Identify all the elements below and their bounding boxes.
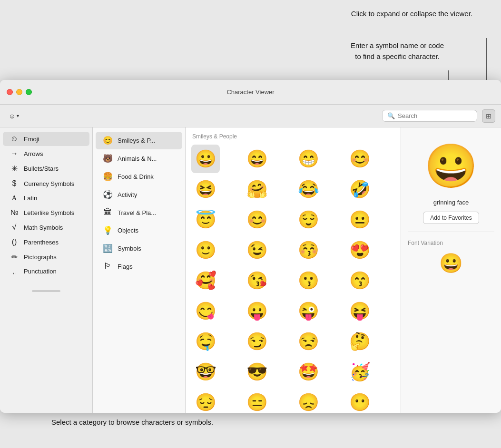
category-label: Flags (118, 263, 133, 270)
emoji-cell[interactable]: 😉 (243, 236, 271, 264)
emoji-cell[interactable]: 🤩 (294, 358, 323, 386)
activity-icon: ⚽ (102, 190, 113, 200)
currency-icon: $ (10, 179, 19, 188)
font-variation-emoji[interactable]: 😀 (439, 252, 463, 274)
letterlike-icon: № (10, 208, 19, 217)
emoji-cell[interactable]: 😜 (294, 297, 323, 325)
smileys-icon: 😊 (102, 136, 113, 146)
sidebar-item-letterlike[interactable]: № Letterlike Symbols (3, 205, 89, 220)
emoji-grid: 😀😄😁😊😆🤗😂🤣😇😊😌😐🙂😉😚😍🥰😘😗😙😋😛😜😝🤤😏😒🤔🤓😎🤩🥳😔😑😞😶 (191, 145, 395, 413)
menu-button[interactable]: ☺ ▾ (6, 111, 22, 121)
emoji-cell[interactable]: 😋 (191, 297, 220, 325)
flags-icon: 🏳 (102, 262, 113, 271)
close-button[interactable] (7, 89, 13, 95)
emoji-cell[interactable]: 😛 (243, 297, 271, 325)
character-viewer-window: Character Viewer ☺ ▾ 🔍 ⊞ ☺ Emoji → (0, 80, 501, 413)
sidebar-item-bullets[interactable]: ✳ Bullets/Stars (3, 161, 89, 176)
category-label: Symbols (118, 245, 141, 252)
emoji-cell[interactable]: 😀 (191, 145, 220, 173)
callout-category: Select a category to browse characters o… (51, 417, 213, 428)
sidebar-item-math[interactable]: √ Math Symbols (3, 220, 89, 234)
symbols-icon: 🔣 (102, 243, 113, 253)
category-flags[interactable]: 🏳 Flags (96, 258, 182, 275)
minimize-button[interactable] (16, 89, 22, 95)
sidebar-item-pictographs[interactable]: ✏ Pictographs (3, 250, 89, 264)
emoji-cell[interactable]: 🥰 (191, 266, 220, 295)
category-smileys[interactable]: 😊 Smileys & P... (96, 132, 182, 149)
emoji-cell[interactable]: 🤗 (243, 175, 271, 204)
bullets-icon: ✳ (10, 164, 19, 173)
search-bar: 🔍 (382, 110, 477, 122)
arrows-icon: → (10, 149, 19, 158)
sidebar-item-label: Bullets/Stars (24, 165, 59, 172)
category-label: Food & Drink (118, 173, 154, 180)
search-icon: 🔍 (387, 112, 395, 119)
emoji-cell[interactable]: 😇 (191, 205, 220, 234)
sidebar-item-label: Punctuation (24, 268, 57, 275)
emoji-section-title: Smileys & People (191, 133, 395, 140)
emoji-cell[interactable]: 🤣 (345, 175, 374, 204)
emoji-cell[interactable]: 😶 (345, 388, 374, 413)
category-symbols[interactable]: 🔣 Symbols (96, 240, 182, 257)
emoji-cell[interactable]: 😔 (191, 388, 220, 413)
emoji-cell[interactable]: 😑 (243, 388, 271, 413)
sidebar: ☺ Emoji → Arrows ✳ Bullets/Stars $ Curre… (0, 127, 93, 413)
emoji-cell[interactable]: 😗 (294, 266, 323, 295)
parentheses-icon: () (10, 238, 19, 246)
sidebar-item-emoji[interactable]: ☺ Emoji (3, 132, 89, 146)
emoji-cell[interactable]: 🙂 (191, 236, 220, 264)
sidebar-scrollbar[interactable] (32, 290, 60, 292)
emoji-cell[interactable]: 😂 (294, 175, 323, 204)
emoji-cell[interactable]: 😐 (345, 205, 374, 234)
emoji-cell[interactable]: 😎 (243, 358, 271, 386)
emoji-cell[interactable]: 😌 (294, 205, 323, 234)
sidebar-item-punctuation[interactable]: ,, Punctuation (3, 265, 89, 278)
emoji-cell[interactable]: 😊 (243, 205, 271, 234)
emoji-cell[interactable]: 😞 (294, 388, 323, 413)
emoji-cell[interactable]: 😆 (191, 175, 220, 204)
traffic-lights (7, 89, 32, 95)
punctuation-icon: ,, (10, 269, 19, 274)
category-activity[interactable]: ⚽ Activity (96, 186, 182, 204)
expand-collapse-button[interactable]: ⊞ (482, 109, 495, 123)
detail-divider (408, 232, 494, 232)
toolbar: ☺ ▾ 🔍 ⊞ (0, 105, 501, 127)
category-travel[interactable]: 🏛 Travel & Pla... (96, 204, 182, 221)
emoji-cell[interactable]: 😊 (345, 145, 374, 173)
add-to-favorites-button[interactable]: Add to Favorites (423, 212, 479, 224)
sidebar-item-parentheses[interactable]: () Parentheses (3, 235, 89, 249)
category-food[interactable]: 🍔 Food & Drink (96, 168, 182, 185)
emoji-cell[interactable]: 😘 (243, 266, 271, 295)
category-label: Activity (118, 191, 137, 198)
sidebar-item-arrows[interactable]: → Arrows (3, 146, 89, 161)
grid-icon: ⊞ (486, 112, 491, 120)
search-input[interactable] (398, 112, 472, 119)
detail-emoji-display: 😀 (424, 145, 478, 187)
sidebar-item-latin[interactable]: A Latin (3, 191, 89, 205)
objects-icon: 💡 (102, 225, 113, 235)
emoji-cell[interactable]: 😍 (345, 236, 374, 264)
category-label: Objects (118, 227, 138, 234)
font-variation-title: Font Variation (408, 240, 443, 246)
category-objects[interactable]: 💡 Objects (96, 222, 182, 239)
sidebar-item-currency[interactable]: $ Currency Symbols (3, 176, 89, 191)
emoji-cell[interactable]: 😁 (294, 145, 323, 173)
detail-emoji-name: grinning face (433, 199, 469, 206)
emoji-cell[interactable]: 😝 (345, 297, 374, 325)
emoji-cell[interactable]: 😚 (294, 236, 323, 264)
categories-panel: 😊 Smileys & P... 🐻 Animals & N... 🍔 Food… (93, 127, 186, 413)
callout-expand: Click to expand or collapse the viewer. (351, 9, 472, 19)
maximize-button[interactable] (26, 89, 32, 95)
emoji-cell[interactable]: 😙 (345, 266, 374, 295)
emoji-cell[interactable]: 🤔 (345, 327, 374, 356)
menu-icon: ☺ (9, 112, 15, 120)
sidebar-item-label: Parentheses (24, 239, 59, 246)
emoji-cell[interactable]: 🥳 (345, 358, 374, 386)
emoji-cell[interactable]: 😒 (294, 327, 323, 356)
category-animals[interactable]: 🐻 Animals & N... (96, 150, 182, 167)
emoji-cell[interactable]: 😄 (243, 145, 271, 173)
emoji-cell[interactable]: 🤤 (191, 327, 220, 356)
emoji-cell[interactable]: 😏 (243, 327, 271, 356)
emoji-cell[interactable]: 🤓 (191, 358, 220, 386)
sidebar-item-label: Currency Symbols (24, 180, 74, 187)
